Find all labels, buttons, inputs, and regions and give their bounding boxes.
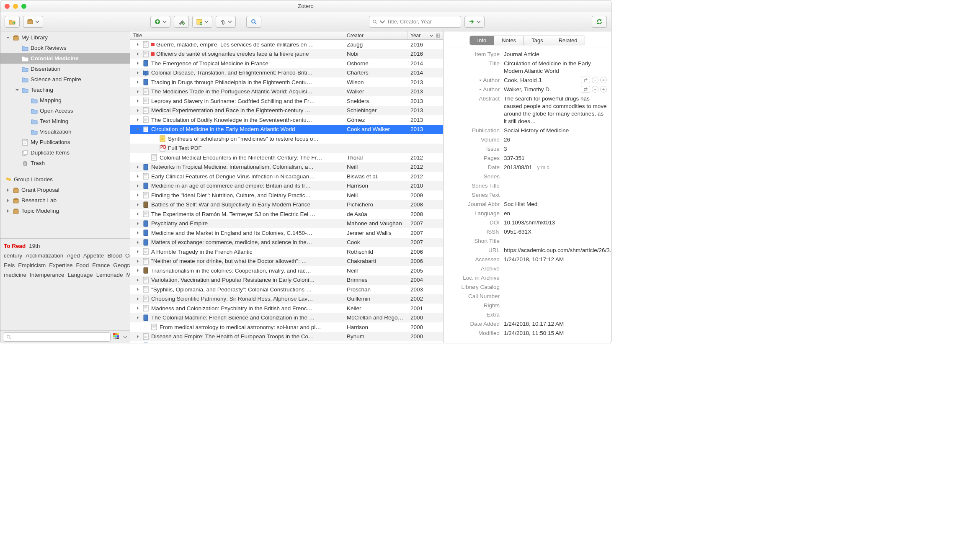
new-library-button[interactable] bbox=[23, 16, 43, 28]
info-field[interactable]: Series Text bbox=[445, 191, 607, 199]
disclosure-triangle[interactable] bbox=[5, 198, 10, 203]
chevron-down-icon[interactable] bbox=[123, 335, 127, 339]
zoom-window-button[interactable] bbox=[21, 4, 26, 9]
disclosure-triangle[interactable] bbox=[135, 193, 140, 198]
item-tab-related[interactable]: Related bbox=[551, 36, 585, 45]
disclosure-triangle[interactable] bbox=[135, 259, 140, 264]
item-row[interactable]: Choosing Scientific Patrimony: Sir Ronal… bbox=[130, 294, 443, 304]
remove-author-button[interactable]: − bbox=[592, 86, 598, 93]
item-row[interactable]: Medicine in an age of commerce and empir… bbox=[130, 181, 443, 191]
tag-item[interactable]: Aged bbox=[67, 252, 80, 259]
disclosure-triangle[interactable] bbox=[135, 211, 140, 216]
item-row[interactable]: Climates & Constitutions: Health, Race, … bbox=[130, 341, 443, 343]
tag-item[interactable]: Intemperance bbox=[30, 272, 64, 278]
tag-item[interactable]: Cemetery bbox=[125, 252, 130, 259]
item-row[interactable]: PDF Full Text PDF bbox=[130, 144, 443, 153]
info-field[interactable]: Abstract The search for powerful drugs h… bbox=[445, 95, 607, 125]
disclosure-triangle[interactable] bbox=[135, 221, 140, 226]
item-row[interactable]: Matters of exchange: commerce, medicine,… bbox=[130, 238, 443, 247]
disclosure-triangle[interactable] bbox=[135, 230, 140, 235]
info-field[interactable]: Title Circulation of Medicine in the Ear… bbox=[445, 60, 607, 75]
disclosure-triangle[interactable] bbox=[135, 268, 140, 273]
disclosure-triangle[interactable] bbox=[135, 306, 140, 311]
disclosure-triangle[interactable] bbox=[5, 209, 10, 214]
info-field[interactable]: DOI 10.1093/shm/hkt013 bbox=[445, 219, 607, 227]
new-item-button[interactable] bbox=[150, 16, 170, 28]
item-row[interactable]: Psychiatry and Empire Mahone and Vaughan… bbox=[130, 219, 443, 229]
item-row[interactable]: Madness and Colonization: Psychiatry in … bbox=[130, 304, 443, 313]
disclosure-triangle[interactable] bbox=[135, 51, 140, 57]
item-row[interactable]: Medical Experimentation and Race in the … bbox=[130, 106, 443, 116]
column-creator[interactable]: Creator bbox=[344, 31, 408, 39]
item-row[interactable]: The Emergence of Tropical Medicine in Fr… bbox=[130, 59, 443, 68]
tag-color-picker[interactable] bbox=[113, 333, 121, 341]
item-row[interactable]: "Neither of meate nor drinke, but what t… bbox=[130, 257, 443, 266]
item-row[interactable]: Medicine and the Market in England and I… bbox=[130, 228, 443, 238]
disclosure-triangle[interactable] bbox=[135, 315, 140, 320]
tree-item[interactable]: Mapping bbox=[0, 95, 130, 106]
disclosure-triangle[interactable] bbox=[135, 240, 140, 245]
tag-item[interactable]: France bbox=[92, 262, 110, 268]
info-field[interactable]: Author Cook, Harold J. ⇄ − + bbox=[445, 77, 607, 84]
sync-button[interactable] bbox=[592, 16, 607, 28]
item-row[interactable]: Officiers de santé et soignantes créoles… bbox=[130, 49, 443, 59]
disclosure-triangle[interactable] bbox=[135, 202, 140, 207]
item-row[interactable]: Guerre, maladie, empire. Les services de… bbox=[130, 40, 443, 49]
tree-item[interactable]: Teaching bbox=[0, 85, 130, 95]
item-row[interactable]: Early Clinical Features of Dengue Virus … bbox=[130, 172, 443, 181]
info-field[interactable]: Date Added 1/24/2018, 10:17:12 AM bbox=[445, 320, 607, 328]
tag-item[interactable]: Medicine bbox=[126, 272, 130, 278]
info-field[interactable]: Language en bbox=[445, 210, 607, 217]
disclosure-triangle[interactable] bbox=[135, 108, 140, 113]
tag-item[interactable]: Appetite bbox=[83, 252, 104, 259]
disclosure-triangle[interactable] bbox=[5, 35, 10, 40]
item-tab-info[interactable]: Info bbox=[470, 36, 495, 45]
info-field[interactable]: Series Title bbox=[445, 182, 607, 190]
item-row[interactable]: Colonial Disease, Translation, and Enlig… bbox=[130, 68, 443, 78]
info-field[interactable]: Item Type Journal Article bbox=[445, 51, 607, 58]
item-row[interactable]: The Colonial Machine: French Science and… bbox=[130, 313, 443, 323]
disclosure-triangle[interactable] bbox=[135, 127, 140, 132]
disclosure-triangle[interactable] bbox=[135, 334, 140, 339]
info-field[interactable]: Issue 3 bbox=[445, 145, 607, 153]
tag-item[interactable]: Blood bbox=[107, 252, 122, 259]
tree-item[interactable]: Science and Empire bbox=[0, 74, 130, 85]
add-author-button[interactable]: + bbox=[600, 77, 607, 83]
info-field[interactable]: Journal Abbr Soc Hist Med bbox=[445, 201, 607, 208]
disclosure-triangle[interactable] bbox=[135, 89, 140, 94]
info-field[interactable]: Pages 337-351 bbox=[445, 154, 607, 162]
info-field[interactable]: Accessed 1/24/2018, 10:17:12 AM bbox=[445, 256, 607, 263]
disclosure-triangle[interactable] bbox=[135, 183, 140, 188]
info-field[interactable]: Author Walker, Timothy D. ⇄ − + bbox=[445, 86, 607, 93]
close-window-button[interactable] bbox=[5, 4, 10, 9]
item-row[interactable]: The Experiments of Ramón M. Termeyer SJ … bbox=[130, 209, 443, 219]
column-title[interactable]: Title bbox=[130, 31, 344, 39]
advanced-search-button[interactable] bbox=[246, 16, 261, 28]
item-row[interactable]: Disease and Empire: The Health of Europe… bbox=[130, 332, 443, 342]
info-field[interactable]: Extra bbox=[445, 311, 607, 319]
tree-item[interactable]: Book Reviews bbox=[0, 43, 130, 53]
tree-item[interactable]: Dissertation bbox=[0, 64, 130, 74]
tree-item[interactable]: Visualization bbox=[0, 126, 130, 137]
disclosure-triangle[interactable] bbox=[135, 61, 140, 66]
item-row[interactable]: Networks in Tropical Medicine: Internati… bbox=[130, 162, 443, 172]
info-field[interactable]: Short Title bbox=[445, 237, 607, 245]
disclosure-triangle[interactable] bbox=[135, 278, 140, 283]
quick-search-field[interactable]: Title, Creator, Year bbox=[369, 16, 461, 28]
item-row[interactable]: A Horrible Tragedy in the French Atlanti… bbox=[130, 247, 443, 257]
tag-search-input[interactable] bbox=[3, 332, 111, 342]
tree-item[interactable]: Text Mining bbox=[0, 116, 130, 126]
item-row[interactable]: Circulation of Medicine in the Early Mod… bbox=[130, 125, 443, 134]
tree-item[interactable]: Grant Proposal bbox=[0, 185, 130, 195]
disclosure-triangle[interactable] bbox=[135, 80, 140, 85]
item-row[interactable]: The Circulation of Bodily Knowledge in t… bbox=[130, 115, 443, 125]
item-row[interactable]: Battles of the Self: War and Subjectivit… bbox=[130, 200, 443, 210]
locate-button[interactable] bbox=[464, 16, 485, 28]
column-year[interactable]: Year bbox=[408, 31, 443, 39]
disclosure-triangle[interactable] bbox=[135, 174, 140, 179]
disclosure-triangle[interactable] bbox=[135, 98, 140, 103]
disclosure-triangle[interactable] bbox=[135, 165, 140, 170]
item-row[interactable]: Finding the "Ideal Diet": Nutrition, Cul… bbox=[130, 191, 443, 200]
tree-item[interactable]: Trash bbox=[0, 158, 130, 168]
item-row[interactable]: The Medicines Trade in the Portuguese At… bbox=[130, 87, 443, 97]
